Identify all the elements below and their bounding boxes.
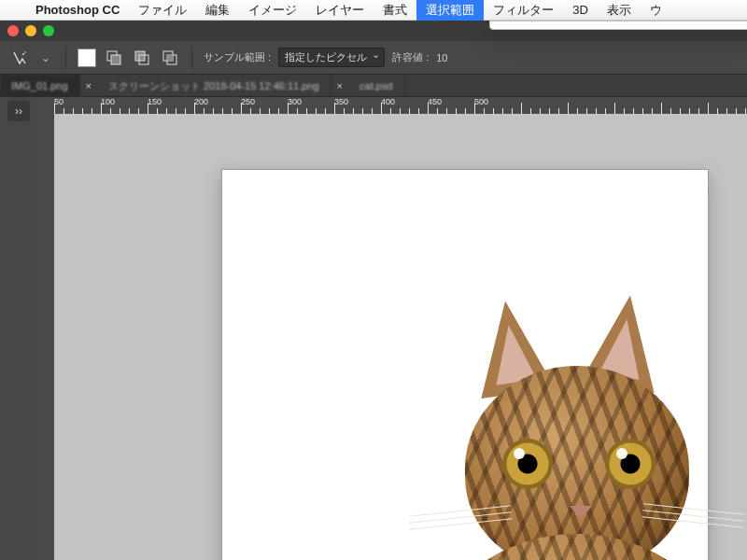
ruler-tick-label: 450: [428, 97, 474, 106]
menu-ファイル[interactable]: ファイル: [129, 0, 196, 21]
document-tab[interactable]: cat.psd: [348, 75, 404, 97]
svg-rect-3: [111, 55, 120, 64]
document-tabs: IMG_01.png × スクリーンショット 2018-04-15 12:46:…: [0, 75, 747, 97]
document-tab[interactable]: スクリーンショット 2018-04-15 12:46:11.png: [97, 75, 331, 97]
menu-編集[interactable]: 編集: [196, 0, 239, 21]
ruler-horizontal: 50100150200250300350400450500: [54, 97, 747, 114]
ruler-tick-label: 500: [474, 97, 521, 106]
menu-3D[interactable]: 3D: [563, 0, 598, 21]
close-window-icon[interactable]: [7, 25, 19, 36]
tool-preset-icon[interactable]: [9, 48, 30, 68]
mode-intersect-icon[interactable]: [160, 48, 180, 68]
mac-menubar: Photoshop CC ファイル編集イメージレイヤー書式選択範囲フィルター3D…: [0, 0, 747, 21]
menu-レイヤー[interactable]: レイヤー: [306, 0, 374, 21]
collapse-panel-icon[interactable]: ››: [7, 101, 30, 121]
cat-image: [428, 301, 708, 560]
tools-panel: ››: [0, 97, 37, 560]
document-tab[interactable]: IMG_01.png: [0, 75, 80, 97]
selection-menu-dropdown: [489, 21, 747, 30]
tab-label: スクリーンショット 2018-04-15 12:46:11.png: [108, 80, 319, 91]
options-bar: ⌄ サンプル範囲 : 指定したピクセル 許容値 : 10: [0, 41, 747, 75]
mode-subtract-icon[interactable]: [132, 48, 152, 68]
sample-range-select[interactable]: 指定したピクセル: [278, 48, 385, 67]
menu-フィルター[interactable]: フィルター: [484, 0, 563, 21]
separator: [65, 47, 66, 69]
svg-rect-8: [167, 55, 173, 61]
menu-書式[interactable]: 書式: [374, 0, 416, 21]
app-name[interactable]: Photoshop CC: [26, 3, 129, 17]
artboard[interactable]: [222, 170, 708, 560]
ruler-tick-label: 200: [194, 97, 241, 106]
tolerance-label: 許容値 :: [392, 50, 429, 64]
zoom-window-icon[interactable]: [43, 25, 54, 36]
tab-label: IMG_01.png: [11, 80, 68, 91]
separator: [191, 47, 192, 69]
menu-ウ[interactable]: ウ: [641, 0, 671, 21]
sample-range-label: サンプル範囲 :: [204, 50, 271, 64]
mode-union-icon[interactable]: [104, 48, 124, 68]
ruler-tick-label: 50: [54, 97, 101, 106]
color-swatch[interactable]: [78, 49, 96, 67]
preset-dropdown-icon[interactable]: ⌄: [37, 51, 54, 64]
menu-選択範囲[interactable]: 選択範囲: [416, 0, 484, 21]
svg-rect-4: [135, 51, 145, 61]
canvas-area[interactable]: [54, 114, 747, 560]
ruler-tick-label: 300: [288, 97, 334, 106]
ruler-tick-label: 400: [381, 97, 428, 106]
minimize-window-icon[interactable]: [25, 25, 36, 36]
menu-イメージ[interactable]: イメージ: [239, 0, 306, 21]
tolerance-value: 10: [436, 52, 447, 63]
ruler-tick-label: 250: [241, 97, 288, 106]
close-tab-icon[interactable]: ×: [80, 80, 97, 91]
close-tab-icon[interactable]: ×: [331, 80, 348, 91]
ruler-tick-label: 350: [334, 97, 381, 106]
ruler-tick-label: 150: [148, 97, 194, 106]
svg-point-1: [24, 51, 26, 53]
ruler-vertical: [37, 97, 54, 560]
tab-label: cat.psd: [359, 80, 392, 91]
svg-point-0: [22, 53, 24, 55]
ruler-tick-label: 100: [101, 97, 148, 106]
menu-表示[interactable]: 表示: [598, 0, 641, 21]
